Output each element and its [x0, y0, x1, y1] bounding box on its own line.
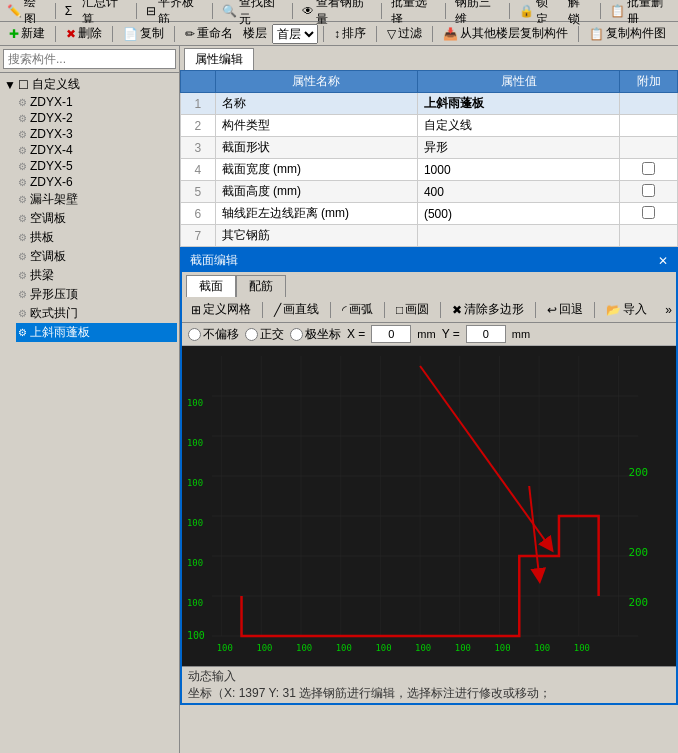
section-title: 截面编辑	[190, 252, 238, 269]
prop-name-0: 名称	[215, 93, 417, 115]
tree-item-3[interactable]: ⚙ ZDYX-4	[16, 142, 177, 158]
y-label: Y =	[442, 327, 460, 341]
prop-extra-1	[620, 115, 678, 137]
svg-text:200: 200	[628, 546, 648, 559]
tab-section[interactable]: 截面	[186, 275, 236, 297]
prop-value-2[interactable]: 异形	[417, 137, 619, 159]
define-grid-btn[interactable]: ⊞ 定义网格	[186, 299, 256, 320]
tab-property[interactable]: 属性编辑	[184, 48, 254, 70]
prop-extra-3[interactable]	[620, 159, 678, 181]
prop-extra-5[interactable]	[620, 203, 678, 225]
tree-item-11[interactable]: ⚙ 异形压顶	[16, 285, 177, 304]
clear-poly-btn[interactable]: ✖ 清除多边形	[447, 299, 529, 320]
prop-name-2: 截面形状	[215, 137, 417, 159]
prop-value-0: 上斜雨蓬板	[417, 93, 619, 115]
radio-no-offset[interactable]: 不偏移	[188, 326, 239, 343]
radio-polar[interactable]: 极坐标	[290, 326, 341, 343]
prop-name-4: 截面高度 (mm)	[215, 181, 417, 203]
cog-icon-12: ⚙	[18, 308, 27, 319]
radio-normal[interactable]: 正交	[245, 326, 284, 343]
y-input[interactable]	[466, 325, 506, 343]
cog-icon-8: ⚙	[18, 232, 27, 243]
sep14	[432, 26, 433, 42]
x-unit: mm	[417, 328, 435, 340]
rename-btn[interactable]: ✏ 重命名	[180, 23, 238, 44]
sigma-btn[interactable]: Σ	[62, 3, 75, 19]
clear-icon: ✖	[452, 303, 462, 317]
lock-icon: 🔒	[519, 4, 534, 18]
cog-icon-5: ⚙	[18, 177, 27, 188]
draw-arc-btn[interactable]: ◜ 画弧	[337, 299, 378, 320]
sort-btn[interactable]: ↕ 排序	[329, 23, 371, 44]
y-unit: mm	[512, 328, 530, 340]
sep11	[174, 26, 175, 42]
draw-rect-btn[interactable]: □ 画圆	[391, 299, 434, 320]
sec-sep5	[535, 302, 536, 318]
svg-text:100: 100	[574, 643, 590, 653]
filter-icon: ▽	[387, 27, 396, 41]
search-input[interactable]	[3, 49, 176, 69]
svg-text:200: 200	[628, 596, 648, 609]
svg-line-38	[420, 366, 549, 546]
delete-btn[interactable]: ✖ 删除	[61, 23, 107, 44]
tree-item-4[interactable]: ⚙ ZDYX-5	[16, 158, 177, 174]
from-other-btn[interactable]: 📥 从其他楼层复制构件	[438, 23, 573, 44]
prop-value-1[interactable]: 自定义线	[417, 115, 619, 137]
table-row: 6轴线距左边线距离 (mm)(500)	[181, 203, 678, 225]
row-num-0: 1	[181, 93, 216, 115]
tree-item-5[interactable]: ⚙ ZDYX-6	[16, 174, 177, 190]
filter-btn[interactable]: ▽ 过滤	[382, 23, 427, 44]
svg-text:100: 100	[494, 643, 510, 653]
checkbox-root[interactable]: ☐	[18, 78, 29, 92]
tree-item-1[interactable]: ⚙ ZDYX-2	[16, 110, 177, 126]
prop-value-3[interactable]: 1000	[417, 159, 619, 181]
close-icon[interactable]: ✕	[658, 254, 668, 268]
tree-item-6[interactable]: ⚙ 漏斗架壁	[16, 190, 177, 209]
x-input[interactable]	[371, 325, 411, 343]
tree-item-12[interactable]: ⚙ 欧式拱门	[16, 304, 177, 323]
tree-root[interactable]: ▼ ☐ 自定义线	[2, 75, 177, 94]
search-box	[0, 46, 179, 73]
prop-extra-4[interactable]	[620, 181, 678, 203]
tree-item-7[interactable]: ⚙ 空调板	[16, 209, 177, 228]
cog-icon-2: ⚙	[18, 129, 27, 140]
row-num-4: 5	[181, 181, 216, 203]
copy-btn[interactable]: 📄 复制	[118, 23, 169, 44]
prop-value-6[interactable]	[417, 225, 619, 247]
property-editor: 属性编辑 属性名称 属性值 附加 1名称上斜雨蓬板2构件类型自定义线3截面形状异…	[180, 46, 678, 247]
tree-item-2[interactable]: ⚙ ZDYX-3	[16, 126, 177, 142]
undo-btn[interactable]: ↩ 回退	[542, 299, 588, 320]
floor-select[interactable]: 首层	[272, 24, 318, 44]
sep9	[55, 26, 56, 42]
svg-text:100: 100	[455, 643, 471, 653]
undo-icon: ↩	[547, 303, 557, 317]
col-num	[181, 71, 216, 93]
prop-value-5[interactable]: (500)	[417, 203, 619, 225]
expand-icon[interactable]: »	[665, 303, 672, 317]
sec-sep3	[384, 302, 385, 318]
draw-line-btn[interactable]: ╱ 画直线	[269, 299, 324, 320]
prop-value-4[interactable]: 400	[417, 181, 619, 203]
new-btn[interactable]: ✚ 新建	[4, 23, 50, 44]
tree-item-9[interactable]: ⚙ 空调板	[16, 247, 177, 266]
copy-component-btn[interactable]: 📋 复制构件图	[584, 23, 671, 44]
prop-name-5: 轴线距左边线距离 (mm)	[215, 203, 417, 225]
tree-item-10[interactable]: ⚙ 拱梁	[16, 266, 177, 285]
import-icon: 📂	[606, 303, 621, 317]
tab-rebar[interactable]: 配筋	[236, 275, 286, 297]
svg-text:100: 100	[187, 558, 203, 568]
svg-text:100: 100	[256, 643, 272, 653]
view-rebar-icon: 👁	[302, 4, 314, 18]
sep2	[136, 3, 137, 19]
sep1	[55, 3, 56, 19]
tree-item-8[interactable]: ⚙ 拱板	[16, 228, 177, 247]
dynamic-input-label: 动态输入	[188, 668, 670, 685]
prop-extra-6	[620, 225, 678, 247]
sec-sep1	[262, 302, 263, 318]
new-icon: ✚	[9, 27, 19, 41]
tree-item-0[interactable]: ⚙ ZDYX-1	[16, 94, 177, 110]
svg-text:100: 100	[534, 643, 550, 653]
tree-item-13[interactable]: ⚙ 上斜雨蓬板	[16, 323, 177, 342]
batch-delete-icon: 📋	[610, 4, 625, 18]
import-btn[interactable]: 📂 导入	[601, 299, 652, 320]
